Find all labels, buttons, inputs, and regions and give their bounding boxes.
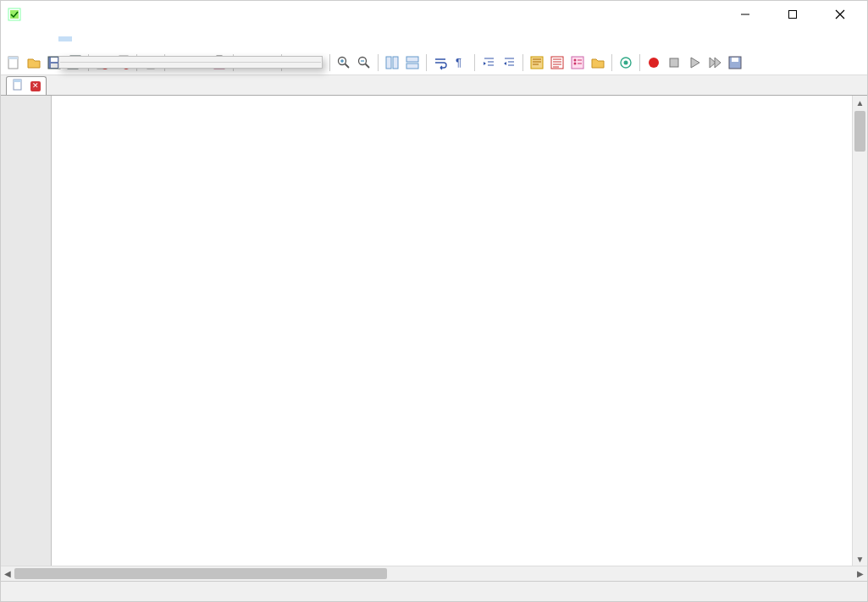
open-file-icon[interactable]: [25, 53, 43, 72]
sync-h-icon[interactable]: [403, 53, 422, 72]
svg-rect-41: [393, 57, 398, 69]
function-list-icon[interactable]: [568, 53, 587, 72]
document-tab[interactable]: ✕: [6, 76, 47, 95]
svg-rect-51: [531, 57, 543, 69]
menu-run[interactable]: [126, 36, 140, 41]
svg-line-38: [366, 64, 370, 68]
close-button[interactable]: [825, 4, 855, 25]
save-macro-icon[interactable]: [726, 53, 744, 72]
svg-rect-63: [732, 58, 738, 62]
record-macro-icon[interactable]: [644, 53, 663, 72]
scroll-down-icon[interactable]: ▼: [853, 552, 867, 566]
close-tab-icon[interactable]: ✕: [30, 81, 41, 91]
menu-language[interactable]: [72, 36, 86, 41]
titlebar: [1, 1, 867, 28]
scrollbar-thumb[interactable]: [854, 111, 865, 152]
tabbar: ✕: [1, 75, 867, 96]
play-macro-icon[interactable]: [685, 53, 704, 72]
app-icon: [8, 8, 21, 21]
menu-view[interactable]: [45, 36, 58, 41]
file-icon: [12, 79, 24, 93]
new-file-icon[interactable]: [4, 53, 23, 72]
code-area[interactable]: [52, 96, 852, 566]
maximize-button[interactable]: [777, 4, 808, 25]
show-all-chars-icon[interactable]: ¶: [451, 53, 470, 72]
svg-rect-3: [789, 11, 797, 19]
menu-help[interactable]: [167, 36, 180, 41]
menu-macro[interactable]: [113, 36, 126, 41]
menu-settings[interactable]: [86, 36, 99, 41]
monitor-icon[interactable]: [616, 53, 635, 72]
svg-rect-42: [406, 57, 418, 62]
svg-rect-53: [572, 57, 583, 69]
sync-v-icon[interactable]: [383, 53, 401, 72]
scroll-up-icon[interactable]: ▲: [853, 96, 867, 109]
menu-close-doc[interactable]: [847, 36, 864, 41]
horizontal-scrollbar[interactable]: ◀ ▶: [1, 566, 867, 581]
svg-text:¶: ¶: [456, 56, 462, 69]
svg-point-60: [649, 58, 659, 68]
menu-tools[interactable]: [99, 36, 113, 41]
svg-rect-61: [670, 58, 678, 67]
gutter: [1, 96, 52, 566]
menu-edit[interactable]: [18, 36, 31, 41]
doc-map-icon[interactable]: [528, 53, 546, 72]
svg-line-34: [346, 64, 350, 68]
menu-encoding[interactable]: [58, 36, 72, 41]
vertical-scrollbar[interactable]: ▲ ▼: [852, 96, 867, 566]
svg-rect-9: [51, 58, 58, 62]
encoding-dropdown: [58, 56, 323, 69]
minimize-button[interactable]: [730, 4, 760, 25]
svg-rect-7: [8, 57, 18, 59]
wordwrap-icon[interactable]: [431, 53, 450, 72]
folder-view-icon[interactable]: [589, 53, 607, 72]
doc-list-icon[interactable]: [548, 53, 567, 72]
svg-rect-10: [51, 64, 58, 68]
menubar: [1, 28, 867, 50]
menu-window[interactable]: [153, 36, 167, 41]
svg-rect-65: [14, 80, 21, 82]
editor: ▲ ▼: [1, 96, 867, 566]
svg-rect-43: [406, 64, 418, 69]
svg-rect-40: [386, 57, 391, 69]
scrollbar-thumb-h[interactable]: [14, 568, 387, 579]
outdent-icon[interactable]: [500, 53, 518, 72]
svg-point-54: [574, 58, 577, 61]
scroll-left-icon[interactable]: ◀: [1, 569, 14, 578]
play-multi-icon[interactable]: [705, 53, 724, 72]
menu-separator: [60, 62, 321, 63]
svg-point-59: [624, 60, 628, 64]
menu-file[interactable]: [4, 36, 18, 41]
zoom-in-icon[interactable]: [334, 53, 353, 72]
scroll-right-icon[interactable]: ▶: [854, 569, 867, 578]
zoom-out-icon[interactable]: [355, 53, 373, 72]
menu-plugins[interactable]: [140, 36, 153, 41]
svg-point-55: [574, 62, 577, 64]
stop-macro-icon[interactable]: [665, 53, 683, 72]
menu-search[interactable]: [31, 36, 45, 41]
indent-icon[interactable]: [479, 53, 498, 72]
statusbar: [1, 581, 867, 602]
